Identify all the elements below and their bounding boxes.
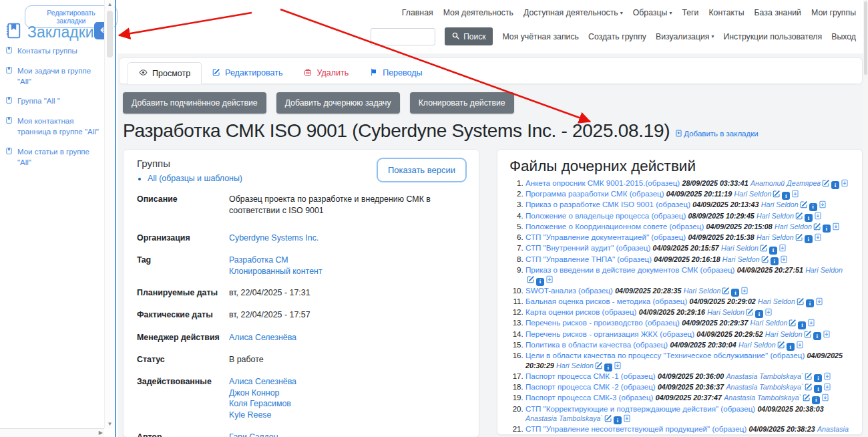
edit-icon[interactable] <box>805 383 813 391</box>
file-author[interactable]: Hari Seldon <box>721 244 758 252</box>
info-icon[interactable]: i <box>831 181 839 189</box>
info-icon[interactable]: i <box>805 235 813 243</box>
download-icon[interactable] <box>740 287 748 295</box>
nav-item[interactable]: Визуализация ▾ <box>656 32 714 41</box>
detail-link[interactable]: Cyberdyne Systems Inc. <box>229 233 465 244</box>
file-author[interactable]: Hari Seldon <box>707 308 744 316</box>
nav-item[interactable]: Теги ▾ <box>682 8 698 17</box>
detail-link[interactable]: Алиса Селезнёва <box>229 376 465 388</box>
tab-edit[interactable]: Редактировать <box>202 62 293 84</box>
file-author[interactable]: Анатолий Дегтярев <box>750 179 821 187</box>
file-author[interactable]: Hari Seldon <box>758 297 795 305</box>
edit-icon[interactable] <box>760 244 768 252</box>
download-icon[interactable] <box>623 414 631 422</box>
download-icon[interactable] <box>807 319 815 327</box>
detail-link[interactable]: Разработка СМ <box>229 255 465 266</box>
info-icon[interactable]: i <box>536 278 544 286</box>
download-icon[interactable] <box>823 330 831 338</box>
file-link[interactable]: Бальная оценка рисков - методика (образе… <box>525 297 687 305</box>
file-author[interactable]: Hari Seldon <box>750 319 788 327</box>
file-author[interactable]: Hari Seldon <box>738 341 776 349</box>
file-author[interactable]: Hari Seldon <box>684 287 721 295</box>
file-link[interactable]: Приказ о введении в действие документов … <box>525 265 734 274</box>
nav-item[interactable]: Доступная деятельность ▾ <box>523 8 623 17</box>
info-icon[interactable]: i <box>812 396 820 404</box>
download-icon[interactable] <box>819 200 827 208</box>
edit-icon[interactable] <box>795 212 803 220</box>
info-icon[interactable]: i <box>809 203 817 211</box>
file-link[interactable]: СТП "Внутренний аудит" (образец) <box>525 243 650 252</box>
nav-item[interactable]: Создать группу ▾ <box>588 32 646 41</box>
edit-icon[interactable] <box>746 308 754 316</box>
nav-item[interactable]: Мои группы ▾ <box>811 8 856 17</box>
info-icon[interactable]: i <box>769 247 777 255</box>
info-icon[interactable]: i <box>782 192 790 200</box>
info-icon[interactable]: i <box>814 374 822 382</box>
action-button[interactable]: Клонировать действие <box>410 92 514 114</box>
edit-icon[interactable] <box>722 287 730 295</box>
file-link[interactable]: Перечень рисков - организация ЖКХ (образ… <box>525 329 694 338</box>
sidebar-vertical-scrollbar[interactable]: ▲ ▼ <box>104 0 114 428</box>
download-icon[interactable] <box>823 372 831 380</box>
file-author[interactable]: Hari Seldon <box>756 233 794 241</box>
scroll-down-icon[interactable]: ▼ <box>105 421 115 427</box>
file-author[interactable]: Anastasia Tambolskaya` <box>724 394 801 402</box>
info-icon[interactable]: i <box>814 385 822 393</box>
detail-link[interactable]: Клонированный контент <box>229 266 465 277</box>
info-icon[interactable]: i <box>755 310 763 318</box>
file-author[interactable]: Hari Seldon <box>805 266 843 274</box>
edit-icon[interactable] <box>804 330 812 338</box>
download-icon[interactable] <box>796 341 804 349</box>
file-link[interactable]: Паспорт процесса СМК -2 (образец) <box>525 382 656 391</box>
edit-icon[interactable] <box>795 233 803 241</box>
file-author[interactable]: Hari Seldon <box>722 255 760 263</box>
action-button[interactable]: Добавить подчинённое действие <box>123 92 266 114</box>
search-input[interactable] <box>371 28 435 45</box>
nav-item[interactable]: База знаний ▾ <box>754 8 801 17</box>
detail-link[interactable]: Kyle Reese <box>229 410 465 421</box>
sidebar-bookmark-item[interactable]: Группа "All " <box>5 96 102 107</box>
file-author[interactable]: Hari Seldon <box>765 330 803 338</box>
download-icon[interactable] <box>815 297 823 305</box>
scroll-right-icon[interactable]: ▶ <box>99 430 103 436</box>
detail-link[interactable]: Алиса Селезнёва <box>229 332 465 343</box>
file-author[interactable]: Anastasia Tambolskaya` <box>726 372 803 380</box>
sidebar-bookmark-item[interactable]: Мои статьи в группе "All" <box>5 146 102 168</box>
tab-delete[interactable]: Удалить <box>293 62 359 84</box>
download-icon[interactable] <box>823 383 831 391</box>
download-icon[interactable] <box>780 255 788 263</box>
file-author[interactable]: Hari Seldon <box>734 190 772 198</box>
file-link[interactable]: СТП "Управление документацией" (образец) <box>525 233 686 241</box>
add-to-bookmarks-link[interactable]: Добавить в закладки <box>675 130 758 138</box>
download-icon[interactable] <box>791 190 799 198</box>
info-icon[interactable]: i <box>823 225 831 233</box>
edit-icon[interactable] <box>527 275 535 283</box>
edit-icon[interactable] <box>604 414 612 422</box>
download-icon[interactable] <box>814 212 822 220</box>
file-link[interactable]: СТП "Корректирующие и подтверждающие дей… <box>525 404 755 413</box>
scrollbar-thumb[interactable] <box>107 11 113 57</box>
sidebar-horizontal-scrollbar[interactable]: ▶ <box>0 428 104 437</box>
download-icon[interactable] <box>814 233 822 241</box>
file-author[interactable]: Hari Seldon <box>775 223 812 231</box>
download-icon[interactable] <box>779 244 787 252</box>
info-icon[interactable]: i <box>731 289 739 297</box>
edit-icon[interactable] <box>822 179 830 187</box>
file-author[interactable]: Hari Seldon <box>761 200 799 208</box>
edit-icon[interactable] <box>773 190 781 198</box>
file-link[interactable]: СТП "Управление несоответствующей продук… <box>525 424 746 433</box>
edit-icon[interactable] <box>813 223 821 231</box>
download-icon[interactable] <box>821 394 829 402</box>
file-link[interactable]: Положение о Координационном совете (обра… <box>525 222 704 231</box>
info-icon[interactable]: i <box>614 416 622 424</box>
file-author[interactable]: Anastasia Tambolskaya` <box>726 383 803 391</box>
edit-icon[interactable] <box>789 319 797 327</box>
page-vertical-scrollbar[interactable] <box>863 0 868 437</box>
file-link[interactable]: Программа разработки СМК (образец) <box>525 189 664 198</box>
download-icon[interactable] <box>614 361 622 370</box>
nav-item[interactable]: Моя учётная запись ▾ <box>502 32 579 41</box>
detail-link[interactable]: Джон Коннор <box>229 388 465 399</box>
file-link[interactable]: Цели в области качества по процессу "Тех… <box>525 351 805 359</box>
file-link[interactable]: Приказ о разработке СМК ISO 9001 (образе… <box>525 200 690 208</box>
download-icon[interactable] <box>832 223 840 231</box>
